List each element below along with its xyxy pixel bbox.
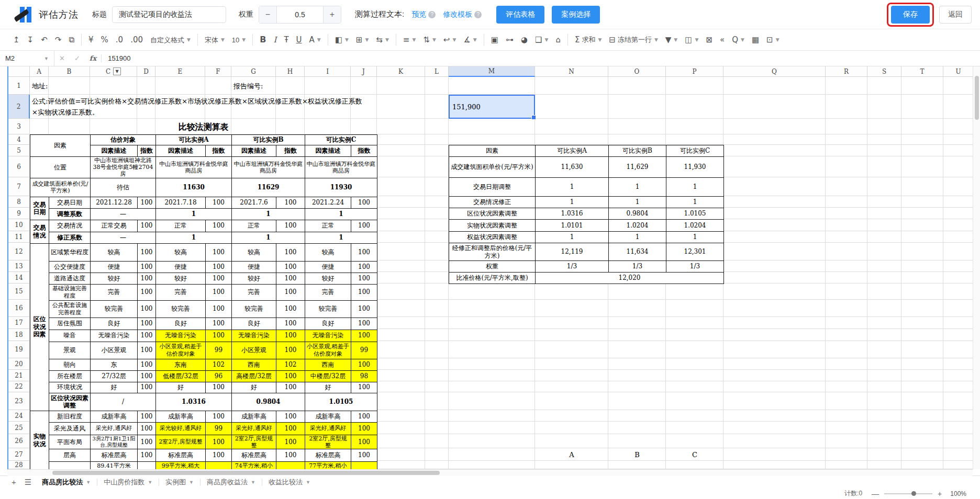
cell-text[interactable]: B xyxy=(608,448,666,461)
row-header-27[interactable]: 27 xyxy=(8,448,30,461)
cell[interactable]: 正常 xyxy=(305,220,351,232)
align-icon[interactable]: ≡▼ xyxy=(399,32,420,47)
cell[interactable]: 11630 xyxy=(156,178,232,197)
conditional-format-icon[interactable]: ◫▼ xyxy=(681,32,702,47)
row-header-10[interactable]: 10 xyxy=(8,219,30,231)
column-header-J[interactable]: J xyxy=(351,66,377,77)
back-button[interactable]: 返回 xyxy=(939,6,972,24)
column-header-S[interactable]: S xyxy=(867,66,901,77)
cell[interactable]: 100 xyxy=(138,317,156,330)
sheet-tab-caret-icon[interactable]: ▼ xyxy=(251,480,255,485)
zoom-slider-handle[interactable] xyxy=(911,491,916,496)
cell[interactable]: 1/3 xyxy=(666,261,724,273)
cell[interactable]: 正常交易 xyxy=(91,220,138,232)
cell[interactable]: 1.0101 xyxy=(536,220,609,232)
row-header-15[interactable]: 15 xyxy=(8,283,30,300)
cell[interactable]: 100 xyxy=(138,359,156,370)
cell[interactable]: 居住氛围 xyxy=(49,317,91,330)
sheet-tab-caret-icon[interactable]: ▼ xyxy=(306,480,310,485)
cell[interactable]: 成交建筑面积单价(元/平方米) xyxy=(30,178,91,197)
row-header-11[interactable]: 11 xyxy=(8,231,30,243)
cell[interactable]: 100 xyxy=(138,382,156,393)
cell[interactable]: 景观 xyxy=(49,342,91,359)
zoom-out-button[interactable]: — xyxy=(872,490,879,498)
image-icon[interactable]: ▣ xyxy=(487,32,502,47)
column-header-P[interactable]: P xyxy=(666,66,723,77)
border-icon[interactable]: ⊞▼ xyxy=(352,32,373,47)
row-header-6[interactable]: 6 xyxy=(8,156,30,177)
horizontal-scrollbar[interactable] xyxy=(7,469,973,476)
cell[interactable]: 2021.7.18 xyxy=(156,197,206,208)
search-icon[interactable]: Q▼ xyxy=(728,32,748,47)
row-header-16[interactable]: 16 xyxy=(8,300,30,317)
pivot-table-icon[interactable]: ⌂ xyxy=(552,32,564,47)
cell[interactable]: 3房2厅1厨1卫1阳台,房型规整 xyxy=(91,435,138,449)
cell[interactable]: 指数 xyxy=(351,145,377,157)
cell[interactable]: 成新率高 xyxy=(232,411,276,422)
cell[interactable]: 正常 xyxy=(232,220,276,232)
cell[interactable]: 100 xyxy=(276,243,305,261)
cell[interactable]: 100 xyxy=(138,284,156,300)
cell[interactable]: 好 xyxy=(232,382,276,393)
cell[interactable]: 标准层高 xyxy=(91,449,138,461)
cell[interactable]: 好 xyxy=(156,382,206,393)
row-header-28[interactable]: 28 xyxy=(8,461,30,469)
cell[interactable]: 层高 xyxy=(49,449,91,461)
cell[interactable]: 良好 xyxy=(156,317,206,330)
cell[interactable] xyxy=(206,461,232,469)
vertical-scrollbar-thumb[interactable] xyxy=(975,76,979,120)
row-header-26[interactable]: 26 xyxy=(8,434,30,448)
cell[interactable]: 1 xyxy=(232,232,305,243)
cell[interactable]: 100 xyxy=(276,370,305,382)
cell-text[interactable]: 比较法测算表 xyxy=(30,119,377,134)
cell[interactable]: 100 xyxy=(206,317,232,330)
cell[interactable]: 权益状况因素调整 xyxy=(449,232,536,243)
cell-text[interactable]: C xyxy=(666,448,723,461)
merge-cells-icon[interactable]: ⇆▼ xyxy=(372,32,393,47)
cell[interactable]: 100 xyxy=(351,300,377,317)
cell[interactable]: 新旧程度 xyxy=(49,411,91,422)
cell-text[interactable]: 地址: xyxy=(30,77,49,95)
print-icon[interactable]: ⊡▼ xyxy=(763,32,783,47)
cell[interactable]: 1.0105 xyxy=(666,208,724,220)
preview-help-icon[interactable]: ? xyxy=(428,11,436,18)
screenshot-icon[interactable]: ▦ xyxy=(748,32,763,47)
cell[interactable]: 100 xyxy=(206,449,232,461)
column-header-O[interactable]: O xyxy=(608,66,666,77)
cell-text[interactable]: 公式:评估价值=可比实例价格×交易情况修正系数×市场状况修正系数×区域状况修正系… xyxy=(30,95,443,119)
cell[interactable]: 采光较好,通风好 xyxy=(156,422,206,435)
cell[interactable]: 1/3 xyxy=(536,261,609,273)
cell[interactable]: 100 xyxy=(351,359,377,370)
row-header-5[interactable]: 5 xyxy=(8,145,30,156)
cell[interactable]: 27/32层 xyxy=(91,370,138,382)
cell[interactable]: 12,119 xyxy=(536,243,609,261)
cell[interactable]: 100 xyxy=(206,220,232,232)
cell[interactable]: 比准价格(元/平方米,取整) xyxy=(449,273,536,284)
cell[interactable]: 74平方米,稍小 xyxy=(232,461,276,469)
select-all-corner[interactable] xyxy=(8,66,30,77)
cell[interactable]: 交易情况 xyxy=(49,220,91,232)
cell[interactable]: 100 xyxy=(276,330,305,342)
cell[interactable]: 标准层高 xyxy=(305,449,351,461)
row-header-4[interactable]: 4 xyxy=(8,134,30,145)
cell[interactable]: 100 xyxy=(206,261,232,273)
cell[interactable]: 100 xyxy=(276,300,305,317)
case-select-button[interactable]: 案例选择 xyxy=(552,6,600,24)
cell[interactable]: 100 xyxy=(276,435,305,449)
redo-icon[interactable]: ↷ xyxy=(51,32,65,47)
cell[interactable]: 1 xyxy=(609,232,666,243)
modify-template-help-icon[interactable]: ? xyxy=(474,11,482,18)
evaluation-table-button[interactable]: 评估表格 xyxy=(496,6,544,24)
cell[interactable]: 中山市坦洲镇万科金悦华庭商品房 xyxy=(305,157,377,178)
cell[interactable]: 100 xyxy=(206,243,232,261)
cell[interactable]: 1 xyxy=(305,208,377,220)
row-header-17[interactable]: 17 xyxy=(8,317,30,329)
cell[interactable]: / xyxy=(91,393,156,411)
cell[interactable]: 指数 xyxy=(276,145,305,157)
cell[interactable]: 指数 xyxy=(138,145,156,157)
column-header-D[interactable]: D xyxy=(137,66,155,77)
cell[interactable]: 因素 xyxy=(30,135,91,157)
save-button[interactable]: 保存 xyxy=(891,6,930,24)
column-header-N[interactable]: N xyxy=(535,66,608,77)
cell[interactable]: 100 xyxy=(138,422,156,435)
